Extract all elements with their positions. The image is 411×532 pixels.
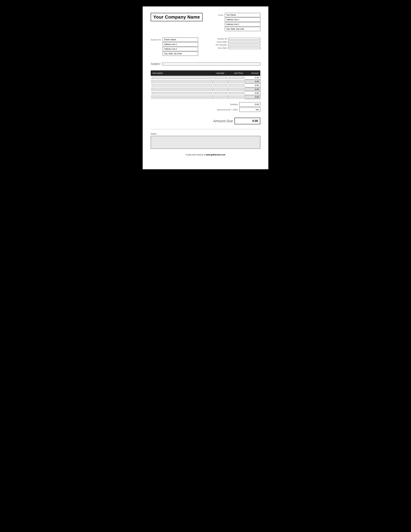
from-section: From Your Name Address Line 1 Address Li… xyxy=(218,13,260,31)
unit-price-cell[interactable] xyxy=(229,92,244,94)
po-number-field[interactable] xyxy=(228,44,260,46)
from-address1-field[interactable]: Address Line 1 xyxy=(225,18,260,22)
description-cell[interactable] xyxy=(152,77,212,78)
section-divider xyxy=(151,129,260,129)
subject-field[interactable] xyxy=(162,63,260,65)
notes-label: Notes xyxy=(151,133,260,135)
due-date-label: Due Date xyxy=(218,47,227,49)
footer: Create web invoices at www.getHarvest.co… xyxy=(151,154,260,156)
table-row: 0.00 xyxy=(151,76,260,80)
issue-date-field[interactable] xyxy=(228,41,260,43)
subtotal-label: Subtotal xyxy=(230,103,238,105)
table-row: 0.00 xyxy=(151,84,260,87)
table-row: 0.00 xyxy=(151,80,260,84)
quantity-cell[interactable] xyxy=(214,92,227,94)
description-header: Description xyxy=(151,71,213,76)
issue-date-label: Issue Date xyxy=(217,41,227,43)
invoice-id-field[interactable] xyxy=(228,38,260,40)
amount-cell: 0.00 xyxy=(245,80,260,84)
quantity-cell[interactable] xyxy=(214,77,227,78)
totals-block: Subtotal 0.00 Discount (0.25 = 25%) 0% xyxy=(204,102,260,113)
client-address2-field[interactable]: Address Line 2 xyxy=(163,47,198,51)
amount-due-value: 0.00 xyxy=(234,118,260,124)
table-row: 0.00 xyxy=(151,91,260,95)
amount-cell: 0.00 xyxy=(245,84,260,87)
amount-cell: 0.00 xyxy=(245,95,260,99)
quantity-cell[interactable] xyxy=(214,85,227,86)
client-name-field[interactable]: Client's Name xyxy=(163,38,198,42)
invoice-table: Description Quantity Unit Price Amount 0… xyxy=(151,70,260,99)
from-fields: Your Name Address Line 1 Address Line 2 … xyxy=(225,13,260,31)
from-city-state-zip-field[interactable]: City, State, Zip Code xyxy=(225,27,260,31)
header-section: Your Company Name From Your Name Address… xyxy=(151,13,260,31)
discount-row: Discount (0.25 = 25%) 0% xyxy=(204,107,260,112)
amount-cell: 0.00 xyxy=(245,91,260,95)
invoice-id-row: Invoice ID xyxy=(216,38,260,40)
invoice-for-fields: Client's Name Address Line 1 Address Lin… xyxy=(163,38,198,56)
invoice-for-block: Invoice For Client's Name Address Line 1… xyxy=(151,38,198,56)
subtotal-value: 0.00 xyxy=(239,102,260,106)
quantity-header: Quantity xyxy=(213,71,228,76)
unit-price-header: Unit Price xyxy=(228,71,245,76)
description-cell[interactable] xyxy=(152,85,212,86)
po-number-row: PO Number xyxy=(216,44,260,46)
description-cell[interactable] xyxy=(152,92,212,94)
company-name[interactable]: Your Company Name xyxy=(151,13,203,21)
footer-link[interactable]: www.getHarvest.com xyxy=(206,154,225,156)
unit-price-cell[interactable] xyxy=(229,77,244,78)
table-row: 0.00 xyxy=(151,95,260,99)
from-label: From xyxy=(218,14,223,16)
invoice-meta-block: Invoice ID Issue Date PO Number Due Date xyxy=(216,38,260,49)
table-row: 0.00 xyxy=(151,87,260,91)
subject-label: Subject xyxy=(151,62,160,66)
invoice-page: Your Company Name From Your Name Address… xyxy=(143,6,268,169)
amount-due-section: Amount Due 0.00 xyxy=(151,118,260,124)
client-address1-field[interactable]: Address Line 1 xyxy=(163,42,198,47)
due-date-field[interactable] xyxy=(228,47,260,49)
invoice-id-label: Invoice ID xyxy=(217,38,227,40)
po-number-label: PO Number xyxy=(216,44,227,46)
amount-header: Amount xyxy=(245,71,260,76)
notes-field[interactable] xyxy=(151,136,260,149)
issue-date-row: Issue Date xyxy=(216,41,260,43)
footer-text: Create web invoices at xyxy=(186,154,206,156)
due-date-row: Due Date xyxy=(216,47,260,49)
amount-cell: 0.00 xyxy=(245,76,260,80)
from-address2-field[interactable]: Address Line 2 xyxy=(225,22,260,27)
amount-due-label: Amount Due xyxy=(213,119,233,123)
invoice-info-section: Invoice For Client's Name Address Line 1… xyxy=(151,38,260,56)
from-name-field[interactable]: Your Name xyxy=(225,13,260,17)
subtotal-row: Subtotal 0.00 xyxy=(204,102,260,106)
amount-cell: 0.00 xyxy=(245,87,260,91)
unit-price-cell[interactable] xyxy=(229,85,244,86)
discount-value[interactable]: 0% xyxy=(239,107,260,112)
client-city-state-zip-field[interactable]: City, State, Zip Code xyxy=(163,52,198,56)
discount-label: Discount (0.25 = 25%) xyxy=(217,108,238,111)
invoice-for-label: Invoice For xyxy=(151,38,161,41)
subject-section: Subject xyxy=(151,62,260,66)
notes-section: Notes xyxy=(151,133,260,149)
totals-section: Subtotal 0.00 Discount (0.25 = 25%) 0% xyxy=(151,102,260,113)
table-header-row: Description Quantity Unit Price Amount xyxy=(151,71,260,76)
